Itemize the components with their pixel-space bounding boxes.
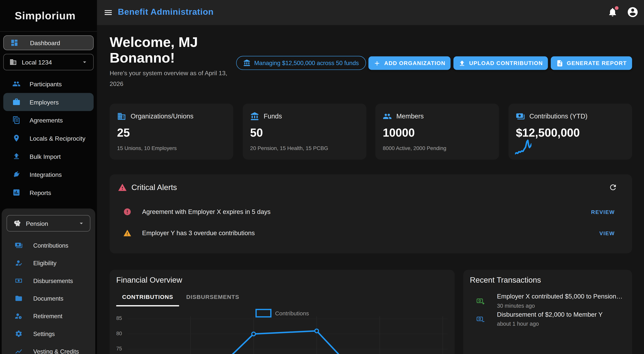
payments-icon — [516, 112, 525, 121]
stat-card-header: Contributions (YTD) — [516, 112, 625, 121]
sidebar-item-label: Employers — [30, 99, 59, 106]
local-select[interactable]: Local 1234 — [3, 54, 94, 70]
people-icon — [383, 112, 392, 121]
stat-card-organizations-unions: Organizations/Unions2515 Unions, 10 Empl… — [110, 104, 233, 159]
fund-item-documents[interactable]: Documents — [2, 289, 95, 307]
sidebar-item-participants[interactable]: Participants — [3, 75, 94, 93]
fund-select-value: Pension — [26, 220, 78, 227]
chevron-down-icon — [78, 220, 85, 227]
error-circle-icon — [123, 208, 132, 216]
refresh-icon[interactable] — [609, 183, 617, 192]
fund-panel: Pension ContributionsEligibilityDisburse… — [2, 209, 95, 354]
fund-item-eligibility[interactable]: Eligibility — [2, 254, 95, 272]
alerts-title: Critical Alerts — [132, 183, 177, 192]
upload-icon — [12, 152, 20, 160]
generate-report-button[interactable]: GENERATE REPORT — [551, 56, 632, 70]
report-icon — [12, 188, 20, 197]
fund-item-label: Vesting & Credits — [33, 348, 79, 354]
alert-row-warning: Employer Y has 3 overdue contributionsVI… — [123, 228, 615, 239]
documents-copy-icon — [12, 116, 20, 124]
fund-item-retirement[interactable]: Retirement — [2, 307, 95, 325]
add-organization-label: ADD ORGANIZATION — [384, 60, 446, 66]
fund-item-label: Eligibility — [33, 260, 56, 266]
fund-item-settings[interactable]: Settings — [2, 325, 95, 342]
people-icon — [12, 80, 20, 88]
sidebar-item-agreements[interactable]: Agreements — [3, 111, 94, 129]
stat-value: 50 — [250, 126, 359, 139]
alerts-header: Critical Alerts — [118, 183, 177, 192]
chip-label: Managing $12,500,000 across 50 funds — [254, 60, 359, 66]
dashboard-button[interactable]: Dashboard — [3, 35, 94, 50]
bank-icon — [243, 59, 250, 67]
chart-data-point — [315, 329, 318, 333]
page-title: Benefit Administration — [118, 7, 214, 17]
alert-action-view[interactable]: VIEW — [599, 230, 615, 236]
sidebar-item-locals-reciprocity[interactable]: Locals & Reciprocity — [3, 129, 94, 147]
piggy-bank-icon — [14, 220, 21, 227]
chart-data-point — [252, 332, 255, 336]
fund-item-label: Settings — [33, 330, 55, 337]
stat-card-members: Members100008000 Active, 2000 Pending — [375, 104, 499, 159]
sidebar-item-label: Reports — [30, 189, 51, 196]
add-organization-button[interactable]: ADD ORGANIZATION — [368, 56, 450, 70]
alert-row-error: Agreement with Employer X expires in 5 d… — [123, 207, 615, 217]
sidebar: Simplorium Dashboard Local 1234 Particip… — [0, 0, 97, 354]
warning-triangle-icon — [118, 183, 127, 192]
fund-item-vesting-credits[interactable]: Vesting & Credits — [2, 342, 95, 354]
app-logo: Simplorium — [0, 0, 97, 32]
map-pin-icon — [12, 134, 20, 142]
upload-contribution-button[interactable]: UPLOAD CONTRIBUTION — [454, 56, 548, 70]
folder-icon — [15, 294, 22, 302]
upload-contribution-label: UPLOAD CONTRIBUTION — [469, 60, 543, 66]
critical-alerts-card: Critical Alerts Agreement with Employer … — [110, 174, 632, 253]
sidebar-item-bulk-import[interactable]: Bulk Import — [3, 147, 94, 165]
contributions-sparkline — [515, 139, 532, 155]
generate-report-label: GENERATE REPORT — [567, 60, 627, 66]
credit-icon — [476, 297, 485, 306]
building-icon — [117, 112, 126, 121]
recent-transactions-card: Recent Transactions Employer X contribut… — [463, 270, 632, 354]
money-bill-icon — [15, 277, 22, 285]
menu-icon[interactable] — [104, 8, 113, 17]
sidebar-item-label: Integrations — [30, 171, 62, 178]
stat-card-header: Funds — [250, 112, 359, 121]
sidebar-nav: ParticipantsEmployersAgreementsLocals & … — [0, 75, 97, 202]
sidebar-item-label: Participants — [30, 80, 62, 87]
transaction-time: about 1 hour ago — [497, 321, 539, 327]
welcome-subtitle: Here's your system overview as of April … — [110, 68, 234, 89]
fund-item-label: Documents — [33, 295, 64, 302]
sidebar-item-label: Bulk Import — [30, 153, 61, 160]
stat-title: Funds — [264, 113, 282, 120]
plug-icon — [12, 170, 20, 179]
sidebar-item-employers[interactable]: Employers — [3, 93, 94, 111]
fund-item-contributions[interactable]: Contributions — [2, 237, 95, 254]
local-select-value: Local 1234 — [22, 59, 81, 66]
line-chart-icon — [15, 347, 22, 354]
alert-action-review[interactable]: REVIEW — [591, 209, 615, 215]
person-check-icon — [15, 259, 22, 267]
stat-subtitle: 8000 Active, 2000 Pending — [383, 145, 492, 151]
chevron-down-icon — [81, 58, 88, 66]
avatar[interactable] — [627, 6, 639, 18]
alert-text: Agreement with Employer X expires in 5 d… — [142, 208, 591, 216]
stat-value: 10000 — [383, 126, 492, 139]
notifications-button[interactable] — [608, 7, 618, 18]
sidebar-item-label: Agreements — [30, 116, 63, 124]
sidebar-item-integrations[interactable]: Integrations — [3, 165, 94, 184]
stat-card-header: Organizations/Unions — [117, 112, 226, 121]
stat-subtitle: 15 Unions, 10 Employers — [117, 145, 226, 151]
stat-title: Members — [396, 113, 424, 120]
payments-icon — [15, 242, 22, 249]
stat-subtitle: 20 Pension, 15 Health, 15 PCBG — [250, 145, 359, 151]
recent-transactions-title: Recent Transactions — [470, 276, 541, 285]
warning-triangle-icon — [123, 229, 132, 237]
debit-icon — [476, 315, 485, 323]
fund-nav: ContributionsEligibilityDisbursementsDoc… — [2, 237, 95, 354]
stat-title: Organizations/Unions — [130, 113, 194, 120]
stat-value: $12,500,000 — [516, 126, 625, 139]
fund-select[interactable]: Pension — [6, 215, 90, 232]
managing-funds-chip[interactable]: Managing $12,500,000 across 50 funds — [236, 56, 366, 70]
sidebar-item-reports[interactable]: Reports — [3, 184, 94, 202]
app-root: Simplorium Dashboard Local 1234 Particip… — [0, 0, 644, 354]
fund-item-disbursements[interactable]: Disbursements — [2, 272, 95, 289]
